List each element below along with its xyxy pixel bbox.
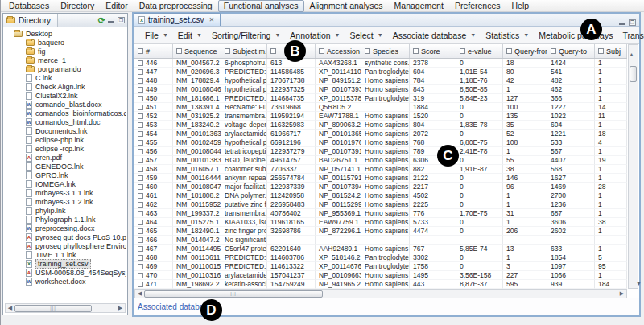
- column-header-accession[interactable]: Accession: [316, 44, 361, 58]
- table-row[interactable]: 451NM_138391.4RecName: Full...73619668Q5…: [134, 103, 627, 112]
- tree-item-pyroseq-phyllosphere-environmicrobi[interactable]: Apyroseq phyllosphere EnvironMicrobi: [4, 241, 126, 250]
- table-row[interactable]: 458NM_016057.1coatomer sub...7706337NP_0…: [134, 165, 627, 174]
- row-checkbox[interactable]: [138, 105, 143, 110]
- row-checkbox[interactable]: [138, 87, 143, 93]
- column-header-query-to[interactable]: Query-to: [547, 44, 595, 58]
- column-checkbox[interactable]: [319, 48, 324, 54]
- tree-item-eclipse-rcp-lnk[interactable]: eclipse -rcp.lnk: [4, 144, 126, 153]
- row-checkbox[interactable]: [138, 167, 143, 172]
- column-header-query-from[interactable]: Query-from: [503, 44, 547, 58]
- table-row[interactable]: 449NM_00108046...hypothetical p...122937…: [134, 85, 627, 94]
- row-checkbox[interactable]: [138, 158, 143, 163]
- table-row[interactable]: 466NM_014047.2No significant ...: [134, 236, 627, 245]
- row-checkbox[interactable]: [138, 220, 143, 225]
- minimize-icon[interactable]: [619, 19, 626, 26]
- row-checkbox[interactable]: [138, 140, 143, 146]
- tree-item-porgramando[interactable]: porgramando: [4, 64, 126, 73]
- row-checkbox[interactable]: [138, 255, 143, 261]
- row-checkbox[interactable]: [138, 264, 143, 269]
- table-row[interactable]: 446NM_004567.26-phosphofru...613AAX43268…: [134, 59, 627, 68]
- table-row[interactable]: 450NM_181686.1PREDICTED: h...114684735XP…: [134, 94, 627, 103]
- table-row[interactable]: 462NM_00115952...putative zinc fi...2269…: [134, 200, 627, 209]
- table-row[interactable]: 447NM_020696.3PREDICTED: si...114586485X…: [134, 68, 627, 76]
- column-header-score[interactable]: Score: [410, 44, 456, 58]
- maximize-icon[interactable]: ❐: [629, 19, 636, 26]
- tree-item-mrbayes-3-1-2-lnk[interactable]: mrbayes-3.1.2.lnk: [4, 197, 126, 206]
- column-header-subject-m[interactable]: Subject m...: [221, 44, 267, 58]
- row-checkbox[interactable]: [138, 184, 143, 190]
- directory-view-tab[interactable]: Directory: [3, 14, 58, 27]
- table-row[interactable]: 465NM_182490.1zinc finger pro...32698786…: [134, 227, 627, 236]
- row-checkbox[interactable]: [138, 131, 143, 137]
- menu-item-databases[interactable]: Databases: [3, 0, 55, 12]
- table-row[interactable]: 457NM_00101383...RGD, leucine-r...496147…: [134, 156, 627, 165]
- refresh-icon[interactable]: ⟳: [98, 16, 105, 24]
- scroll-right-icon[interactable]: ▶: [116, 304, 125, 312]
- row-checkbox[interactable]: [138, 175, 143, 181]
- row-checkbox[interactable]: [138, 96, 143, 101]
- row-checkbox[interactable]: [138, 228, 143, 234]
- scrollbar-thumb[interactable]: |||: [144, 290, 323, 298]
- column-checkbox[interactable]: [138, 48, 143, 54]
- column-header-subj[interactable]: Subj: [595, 44, 627, 58]
- row-checkbox[interactable]: [138, 237, 143, 243]
- scroll-down-icon[interactable]: ▼: [634, 280, 643, 288]
- menu-item-functional-analyses[interactable]: Functional analyses: [218, 0, 304, 12]
- scroll-left-icon[interactable]: ◀: [135, 290, 144, 298]
- tree-item-training-set-csv[interactable]: Xtraining_set.csv: [4, 259, 126, 268]
- tree-item-clustalx2-lnk[interactable]: ClustalX2.lnk: [4, 91, 126, 100]
- row-checkbox[interactable]: [138, 78, 143, 84]
- table-row[interactable]: 448NM_178829.4hypothetical p...170671738…: [134, 76, 627, 85]
- table-row[interactable]: 456NM_00108044...tetratricopepti...12293…: [134, 147, 627, 156]
- tree-item-usm-00058-08-454seqsys-swmanual[interactable]: AUSM-00058.08_454SeqSys_SWManual: [4, 268, 126, 277]
- row-checkbox[interactable]: [138, 149, 143, 154]
- table-row[interactable]: 455NM_00102459...hypothetical p...669121…: [134, 138, 627, 147]
- toolbar-menu-metabolic-pathways[interactable]: Metabolic pathways: [534, 29, 617, 42]
- tree-item-phylip-lnk[interactable]: phylip.lnk: [4, 206, 126, 215]
- table-row[interactable]: 467NM_00114495...C5orf47 protein62201640…: [134, 245, 627, 253]
- menu-item-editor[interactable]: Editor: [100, 0, 133, 12]
- toolbar-menu-file[interactable]: File▼: [140, 29, 173, 42]
- toolbar-menu-edit[interactable]: Edit▼: [173, 29, 207, 42]
- tree-item-comando-blast-docx[interactable]: Wcomando_blast.docx: [4, 100, 126, 109]
- toolbar-menu-statistics[interactable]: Statistics▼: [481, 29, 534, 42]
- tree-item-gpro-lnk[interactable]: GPRO.lnk: [4, 171, 126, 179]
- tree-item-iomega-lnk[interactable]: IOMEGA.lnk: [4, 179, 126, 188]
- tree-item-phylograph-1-1-lnk[interactable]: Phylograph 1.1.lnk: [4, 215, 126, 224]
- table-horizontal-scrollbar[interactable]: ◀ ||| ▶: [134, 289, 627, 298]
- tree-horizontal-scrollbar[interactable]: ◀ ||| ▶: [5, 303, 126, 313]
- table-row[interactable]: 468NM_00113611...PREDICTED: h...11460378…: [134, 253, 627, 262]
- column-checkbox[interactable]: [598, 48, 604, 54]
- menu-item-help[interactable]: Help: [506, 0, 535, 12]
- table-row[interactable]: 469NM_00110015...PREDICTED: h...11461332…: [134, 262, 627, 271]
- toolbar-menu-transcriptome-post-processing[interactable]: Transcriptome post-processing▼: [617, 29, 644, 42]
- table-row[interactable]: 470NM_00110316...arylacetamide ...157041…: [134, 271, 627, 280]
- tree-item-merce-1[interactable]: merce_1: [4, 56, 126, 64]
- column-checkbox[interactable]: [413, 48, 419, 54]
- tree-item-preprocesing-docx[interactable]: Wpreprocesing.docx: [4, 224, 126, 232]
- table-vertical-scrollbar[interactable]: ▲ ▼: [628, 44, 638, 289]
- minimize-icon[interactable]: [108, 17, 115, 23]
- tab-training-set-csv[interactable]: X training_set.csv ✕: [134, 13, 221, 26]
- toolbar-menu-select[interactable]: Select▼: [345, 29, 388, 42]
- toolbar-menu-sorting-filtering[interactable]: Sorting/Filtering▼: [207, 29, 285, 42]
- tree-item-time-1-1-lnk[interactable]: TIME 1.1.lnk: [4, 250, 126, 259]
- column-header-blank[interactable]: #: [134, 44, 173, 58]
- tree-item-c-lnk[interactable]: C.lnk: [4, 73, 126, 82]
- row-checkbox[interactable]: [138, 246, 143, 252]
- close-icon[interactable]: ✕: [207, 15, 216, 24]
- menu-item-directory[interactable]: Directory: [55, 0, 100, 12]
- row-checkbox[interactable]: [138, 282, 143, 287]
- tree-item-worksheet-docx[interactable]: Wworksheet.docx: [4, 277, 126, 286]
- tree-item-pyroseq-gut-docs-plos-10-pdf[interactable]: Apyroseq gut docs PLoS 10.pdf: [4, 232, 126, 241]
- tree-item-baquero[interactable]: baquero: [4, 38, 126, 47]
- scroll-up-icon[interactable]: ▲: [629, 51, 634, 57]
- table-row[interactable]: 459NM_00116444...ankyrin repeat...256574…: [134, 174, 627, 183]
- tree-item-eclipse-php-lnk[interactable]: eclipse-php.lnk: [4, 135, 126, 144]
- table-row[interactable]: 454NM_00101363...arylacetamide ...619667…: [134, 130, 627, 138]
- tree-item-documentos-lnk[interactable]: Documentos.lnk: [4, 126, 126, 135]
- scroll-right-icon[interactable]: ▶: [617, 290, 626, 298]
- table-row[interactable]: 460NM_00108047...major facilitat...12293…: [134, 183, 627, 191]
- table-row[interactable]: 463NM_199337.2transmembra...40786402NP_9…: [134, 209, 627, 218]
- tree-item-desktop[interactable]: Desktop: [4, 29, 126, 38]
